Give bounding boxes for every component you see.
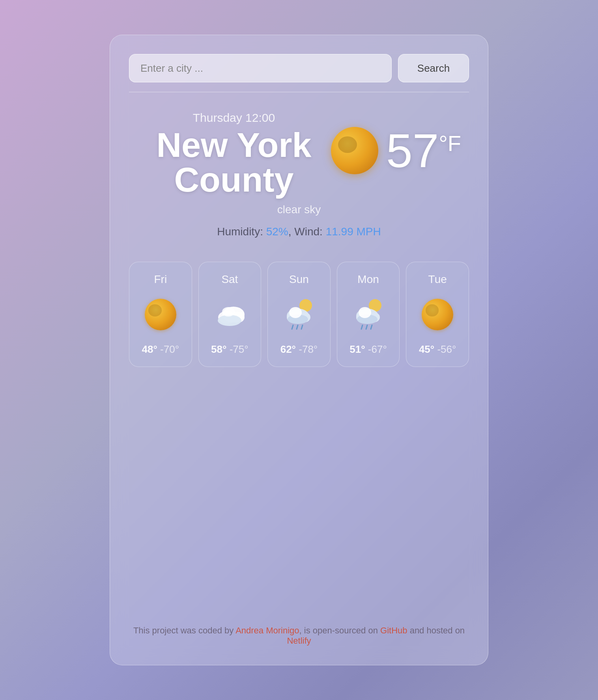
sun-icon-card: [281, 297, 317, 332]
humidity-label: Humidity:: [217, 225, 263, 238]
tue-icon: [420, 297, 455, 332]
forecast-card-mon: Mon 51° -67°: [337, 262, 400, 367]
mon-icon: [351, 297, 386, 332]
weather-left: Thursday 12:00 New York County: [137, 111, 331, 197]
svg-line-21: [366, 325, 367, 329]
weather-right: 57°F: [331, 111, 461, 174]
fri-low: 48°: [142, 343, 157, 355]
svg-point-10: [289, 307, 302, 318]
humidity-wind: Humidity: 52%, Wind: 11.99 MPH: [217, 225, 381, 238]
sun-low: 62°: [280, 343, 296, 355]
weather-main: Thursday 12:00 New York County 57°F: [129, 111, 469, 197]
sun-icon-fri: [145, 299, 176, 330]
temp-unit: °F: [439, 131, 461, 156]
footer-github-link[interactable]: GitHub: [380, 626, 407, 635]
sat-low: 58°: [211, 343, 226, 355]
day-tue: Tue: [428, 273, 447, 286]
svg-line-22: [371, 325, 372, 329]
day-sat: Sat: [221, 273, 238, 286]
tue-temp: 45° -56°: [419, 343, 456, 356]
footer-text-after: and hosted on: [407, 626, 465, 635]
city-name: New York County: [137, 128, 331, 197]
forecast-card-sun: Sun 62° -78°: [267, 262, 331, 367]
day-fri: Fri: [154, 273, 167, 286]
weather-card: Search Thursday 12:00 New York County 57…: [110, 35, 488, 665]
footer-author-link[interactable]: Andrea Morinigo: [235, 626, 299, 635]
mon-high: -67°: [368, 343, 387, 355]
mon-low: 51°: [349, 343, 365, 355]
footer-netlify-link[interactable]: Netlify: [287, 636, 311, 646]
sun-icon: [331, 127, 378, 174]
fri-temp: 48° -70°: [142, 343, 179, 356]
sun-temp: 62° -78°: [280, 343, 318, 356]
day-mon: Mon: [357, 273, 379, 286]
tue-low: 45°: [419, 343, 434, 355]
tue-high: -56°: [437, 343, 456, 355]
fri-icon: [143, 297, 178, 332]
humidity-value: 52%: [266, 225, 288, 238]
footer: This project was coded by Andrea Morinig…: [129, 626, 469, 646]
divider: [129, 92, 469, 92]
forecast-row: Fri 48° -70° Sat: [129, 262, 469, 367]
rain-partly-cloudy-icon: [351, 297, 386, 332]
wind-label: Wind:: [294, 225, 323, 238]
cloud-icon-sat: [212, 301, 247, 328]
svg-line-12: [297, 325, 298, 329]
weather-info-block: clear sky Humidity: 52%, Wind: 11.99 MPH: [129, 203, 469, 262]
footer-text-middle: , is open-sourced on: [299, 626, 380, 635]
fri-high: -70°: [160, 343, 179, 355]
svg-line-11: [292, 325, 293, 329]
day-sun: Sun: [289, 273, 309, 286]
date-text: Thursday 12:00: [193, 111, 275, 125]
svg-point-4: [222, 307, 235, 316]
search-row: Search: [129, 54, 469, 82]
forecast-card-fri: Fri 48° -70°: [129, 262, 192, 367]
svg-line-13: [301, 325, 303, 329]
sat-temp: 58° -75°: [211, 343, 249, 356]
svg-point-19: [359, 307, 371, 318]
svg-point-3: [218, 315, 241, 326]
sat-icon: [212, 297, 247, 332]
rain-sun-icon-sun: [281, 297, 317, 332]
wind-value: 11.99 MPH: [326, 225, 381, 238]
temperature-display: 57°F: [386, 127, 461, 174]
search-input[interactable]: [129, 54, 392, 82]
search-button[interactable]: Search: [398, 54, 469, 82]
sun-high: -78°: [299, 343, 318, 355]
svg-line-20: [361, 325, 363, 329]
mon-temp: 51° -67°: [349, 343, 387, 356]
condition-text: clear sky: [277, 203, 321, 216]
footer-text-before: This project was coded by: [133, 626, 235, 635]
forecast-card-sat: Sat 58° -75°: [198, 262, 262, 367]
sat-high: -75°: [230, 343, 249, 355]
forecast-card-tue: Tue 45° -56°: [406, 262, 469, 367]
sun-icon-tue: [422, 299, 453, 330]
